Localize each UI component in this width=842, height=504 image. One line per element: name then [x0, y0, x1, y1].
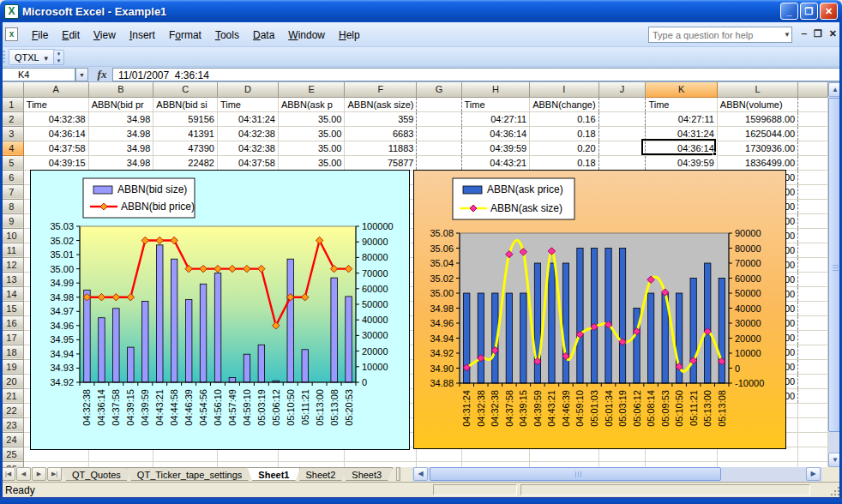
- menu-item-data[interactable]: Data: [246, 26, 281, 45]
- row-header-4[interactable]: 4: [0, 141, 23, 155]
- insert-function-icon[interactable]: fx: [93, 68, 111, 81]
- sheet-tab-sheet3[interactable]: Sheet3: [340, 467, 393, 481]
- cell-K1[interactable]: Time: [646, 97, 717, 111]
- cell-B5[interactable]: 34.98: [88, 155, 153, 170]
- row-header-14[interactable]: 14: [0, 286, 23, 301]
- column-header-J[interactable]: J: [598, 82, 646, 97]
- column-header-D[interactable]: D: [217, 82, 278, 97]
- select-all-button[interactable]: [0, 82, 23, 97]
- cell-partial-4[interactable]: [798, 141, 828, 155]
- row-header-3[interactable]: 3: [0, 126, 23, 141]
- cell-L5[interactable]: 1836499.00: [717, 155, 797, 170]
- cell-K4[interactable]: 04:36:14: [646, 141, 717, 155]
- column-header-E[interactable]: E: [278, 82, 345, 97]
- cell-G26[interactable]: [417, 461, 461, 467]
- cell-F5[interactable]: 75877: [345, 155, 417, 170]
- cell-H2[interactable]: 04:27:11: [461, 111, 530, 126]
- cell-J2[interactable]: [598, 111, 646, 126]
- cell-D26[interactable]: [217, 461, 278, 467]
- row-header-11[interactable]: 11: [0, 243, 23, 257]
- workbook-minimize-icon[interactable]: ‒: [802, 28, 807, 39]
- menu-item-edit[interactable]: Edit: [55, 26, 87, 45]
- cell-partial-11[interactable]: [798, 243, 828, 257]
- cell-C2[interactable]: 59156: [153, 111, 218, 126]
- cell-partial-1[interactable]: [798, 97, 828, 111]
- row-header-16[interactable]: 16: [0, 315, 23, 330]
- sheet-tab-sheet1[interactable]: Sheet1: [247, 467, 300, 481]
- cell-partial-2[interactable]: [798, 111, 828, 126]
- close-button[interactable]: ✕: [820, 3, 838, 20]
- cell-partial-17[interactable]: [798, 330, 828, 345]
- row-header-10[interactable]: 10: [0, 228, 23, 243]
- column-header-F[interactable]: F: [345, 82, 417, 97]
- cell-B26[interactable]: [88, 461, 153, 467]
- menu-item-window[interactable]: Window: [281, 26, 332, 45]
- row-header-19[interactable]: 19: [0, 359, 23, 374]
- cell-C4[interactable]: 47390: [153, 141, 218, 155]
- row-header-12[interactable]: 12: [0, 257, 23, 272]
- cell-F2[interactable]: 359: [345, 111, 417, 126]
- column-header-L[interactable]: L: [717, 82, 797, 97]
- sheet-tab-qt_ticker_tape_settings[interactable]: QT_Ticker_tape_settings: [126, 467, 253, 481]
- tab-split-handle[interactable]: [396, 467, 400, 481]
- toolbar-grip[interactable]: [3, 51, 5, 63]
- qtxl-menu-button[interactable]: QTXL▼: [9, 49, 56, 65]
- cell-I2[interactable]: 0.16: [530, 111, 598, 126]
- cell-G1[interactable]: [417, 97, 461, 111]
- row-header-13[interactable]: 13: [0, 272, 23, 286]
- column-header-B[interactable]: B: [88, 82, 153, 97]
- cell-J1[interactable]: [598, 97, 646, 111]
- cell-L3[interactable]: 1625044.00: [717, 126, 797, 141]
- row-header-26[interactable]: 26: [0, 461, 23, 467]
- cell-F26[interactable]: [345, 461, 417, 467]
- cell-A26[interactable]: [23, 461, 88, 467]
- row-header-17[interactable]: 17: [0, 330, 23, 345]
- cell-E4[interactable]: 35.00: [278, 141, 345, 155]
- cell-A1[interactable]: Time: [23, 97, 88, 111]
- formula-input[interactable]: 11/01/2007 4:36:14: [112, 68, 842, 81]
- row-header-18[interactable]: 18: [0, 345, 23, 359]
- cell-J5[interactable]: [598, 155, 646, 170]
- ask-chart[interactable]: 35.0835.0635.0435.0235.0034.9834.9634.94…: [413, 170, 786, 449]
- sheet-tab-sheet2[interactable]: Sheet2: [294, 467, 346, 481]
- cell-C5[interactable]: 22482: [153, 155, 218, 170]
- cell-partial-25[interactable]: [798, 447, 828, 461]
- cell-partial-18[interactable]: [798, 345, 828, 359]
- cell-partial-6[interactable]: [798, 170, 828, 184]
- cell-partial-12[interactable]: [798, 257, 828, 272]
- cell-L2[interactable]: 1599688.00: [717, 111, 797, 126]
- name-box[interactable]: K4: [2, 68, 75, 81]
- cell-D4[interactable]: 04:32:38: [217, 141, 278, 155]
- row-header-7[interactable]: 7: [0, 184, 23, 199]
- cell-G4[interactable]: [417, 141, 461, 155]
- column-header-K[interactable]: K: [646, 82, 717, 97]
- cell-C1[interactable]: ABBN(bid si: [153, 97, 218, 111]
- sheet-tab-qt_quotes[interactable]: QT_Quotes: [61, 467, 132, 481]
- help-question-input[interactable]: [648, 27, 792, 43]
- cell-I26[interactable]: [530, 461, 598, 467]
- row-header-6[interactable]: 6: [0, 170, 23, 184]
- cell-partial-13[interactable]: [798, 272, 828, 286]
- cell-partial-23[interactable]: [798, 417, 828, 432]
- menu-item-view[interactable]: View: [87, 26, 123, 45]
- cell-I4[interactable]: 0.20: [530, 141, 598, 155]
- row-header-9[interactable]: 9: [0, 213, 23, 228]
- row-header-15[interactable]: 15: [0, 301, 23, 315]
- row-header-23[interactable]: 23: [0, 417, 23, 432]
- row-header-20[interactable]: 20: [0, 374, 23, 388]
- prev-sheet-icon[interactable]: ◀: [16, 467, 31, 481]
- menu-item-help[interactable]: Help: [332, 26, 367, 45]
- cell-partial-15[interactable]: [798, 301, 828, 315]
- row-header-1[interactable]: 1: [0, 97, 23, 111]
- column-header-A[interactable]: A: [23, 82, 88, 97]
- cell-K26[interactable]: [646, 461, 717, 467]
- cell-I5[interactable]: 0.18: [530, 155, 598, 170]
- cell-A4[interactable]: 04:37:58: [23, 141, 88, 155]
- cell-D3[interactable]: 04:32:38: [217, 126, 278, 141]
- cell-G3[interactable]: [417, 126, 461, 141]
- row-header-24[interactable]: 24: [0, 432, 23, 447]
- cell-F3[interactable]: 6683: [345, 126, 417, 141]
- column-header-G[interactable]: G: [417, 82, 461, 97]
- scroll-left-icon[interactable]: ◀: [413, 467, 428, 481]
- cell-D2[interactable]: 04:31:24: [217, 111, 278, 126]
